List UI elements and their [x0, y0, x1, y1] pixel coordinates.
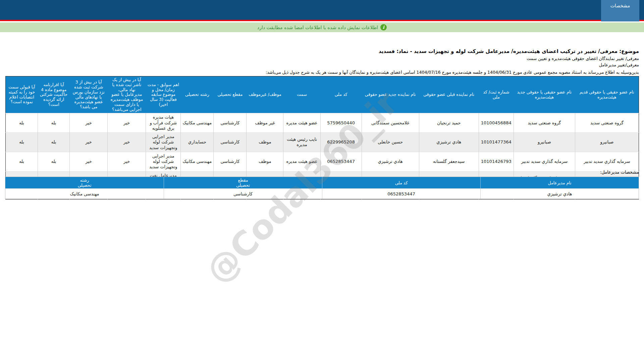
- board-column-header: آیا اقرارنامه موضوع ماده 4 حاکمیت شرکتی …: [38, 76, 70, 113]
- board-table-row: صبانیروصبانیرو10101477364هادي ترشیزيحسین…: [6, 133, 639, 152]
- board-table-row: سرمایه گذاري سدید تدبیرسرمایه گذاري سدید…: [6, 152, 639, 171]
- board-column-header: نام نماینده قبلی عضو حقوقی: [419, 76, 479, 113]
- red-divider-line: [0, 20, 644, 21]
- board-table-cell: مهندسی مکانیک: [181, 113, 214, 133]
- board-table-cell: خیر: [70, 133, 108, 152]
- board-column-header: سمت: [283, 76, 320, 113]
- board-column-header: آیا در بیش از یک ناشر ثبت شده یا نهاد ما…: [108, 76, 146, 113]
- board-table-cell: هادي ترشیزي: [419, 133, 479, 152]
- board-table-cell: صبانیرو: [514, 133, 575, 152]
- disclosure-headlines: موضوع: معرفی/ تغییر در ترکیب اعضای هیئت‌…: [5, 48, 639, 75]
- board-column-header: شماره ثبت/ کد ملی: [479, 76, 514, 113]
- board-table-cell: گروه صنعتی سدید: [575, 113, 639, 133]
- tab-specifications[interactable]: مشخصات: [601, 0, 639, 21]
- board-table-cell: بله: [6, 133, 38, 152]
- ceo-table-cell: مهندسی مکانیک: [5, 189, 164, 199]
- page-title: موضوع: معرفی/ تغییر در ترکیب اعضای هیئت‌…: [5, 48, 639, 54]
- board-table-cell: کارشناسی: [214, 113, 247, 133]
- board-table-cell: 10101477364: [479, 133, 514, 152]
- board-table-cell: بله: [6, 152, 38, 171]
- subtitle-ceo-change: معرفی/تغییر مدیرعامل: [5, 62, 639, 67]
- board-table-cell: 5759650440: [320, 113, 362, 133]
- ceo-details-table: نام مدیرعاملکد ملیمقطع تحصیلیرشته تحصیلی…: [5, 177, 639, 199]
- board-table-cell: مدیر اجرایی شرکت لوله وتجهیزات سدید: [146, 133, 181, 152]
- top-navigation-bar: [0, 0, 644, 20]
- board-table-cell: موظف: [247, 133, 283, 152]
- ceo-column-header: نام مدیرعامل: [481, 177, 639, 189]
- board-table-cell: حسین خانعلی: [362, 133, 419, 152]
- board-column-header: آیا قبولی سمت خود را به کمیته انتصابات ا…: [6, 76, 38, 113]
- board-column-header: آیا در بیش از 3 شرکت ثبت شده نزد سازمان …: [70, 76, 108, 113]
- ceo-table-header-row: نام مدیرعاملکد ملیمقطع تحصیلیرشته تحصیلی: [5, 177, 639, 189]
- board-table-cell: سرمایه گذاري سدید تدبیر: [514, 152, 575, 171]
- signature-match-notice: i اطلاعات نمایش داده شده با اطلاعات امضا…: [0, 22, 644, 32]
- board-column-header: رشته تحصیلی: [181, 76, 214, 113]
- board-column-header: نام نماینده جدید عضو حقوقی: [362, 76, 419, 113]
- board-table-row: گروه صنعتی سدیدگروه صنعتی سدید1010045688…: [6, 113, 639, 133]
- board-table-cell: حسابداري: [181, 133, 214, 152]
- board-table-cell: غلامحسین سمندگانی: [362, 113, 419, 133]
- board-table-cell: خیر: [108, 113, 146, 133]
- board-column-header: موظف/ غیرموظف: [247, 76, 283, 113]
- board-table-cell: حمید ترنجیان: [419, 113, 479, 133]
- board-table-cell: کارشناسی: [214, 133, 247, 152]
- board-table-cell: خیر: [108, 152, 146, 171]
- board-table-cell: بله: [38, 152, 70, 171]
- board-column-header: مقطع تحصیلی: [214, 76, 247, 113]
- ceo-column-header: کد ملی: [322, 177, 481, 189]
- board-table-cell: گروه صنعتی سدید: [514, 113, 575, 133]
- subtitle-representatives: معرفی/ تغییر نمایندگان اعضای حقوقی هیئت‌…: [5, 56, 639, 61]
- board-table-cell: مهندسی مکانیک: [181, 152, 214, 171]
- board-table-cell: بله: [38, 133, 70, 152]
- board-table-cell: عضو هیئت مدیره: [283, 152, 320, 171]
- board-table-cell: موظف: [247, 152, 283, 171]
- ceo-table-cell: 0652853447: [322, 189, 481, 199]
- tab-specifications-label: مشخصات: [610, 3, 630, 8]
- ceo-column-header: مقطع تحصیلی: [164, 177, 322, 189]
- board-table-cell: 6229965208: [320, 133, 362, 152]
- board-table-cell: عضو هیئت مدیره: [283, 113, 320, 133]
- disclosure-description: بدین‌وسیله به اطلاع می‌رساند به استناد م…: [5, 70, 639, 75]
- board-column-header: کد ملی: [320, 76, 362, 113]
- board-table-cell: مدیر اجرایی شرکت لوله وتجهیزات سدید: [146, 152, 181, 171]
- ceo-table-row: هادي ترشیزي0652853447کارشناسیمهندسی مکان…: [5, 189, 639, 199]
- board-table-cell: سرمایه گذاري سدید تدبیر: [575, 152, 639, 171]
- board-table-cell: 0652853447: [320, 152, 362, 171]
- ceo-table-cell: کارشناسی: [164, 189, 322, 199]
- board-table-cell: سیدجعفر گلستانه: [419, 152, 479, 171]
- notice-message: اطلاعات نمایش داده شده با اطلاعات امضا ش…: [257, 25, 378, 30]
- board-table-cell: کارشناسی: [214, 152, 247, 171]
- board-table-cell: بله: [6, 113, 38, 133]
- ceo-section-label: مشخصات مدیرعامل:: [600, 170, 639, 175]
- board-column-header: نام عضو حقیقی یا حقوقی قدیم هیئت‌مدیره: [575, 76, 639, 113]
- ceo-column-header: رشته تحصیلی: [5, 177, 164, 189]
- board-table-cell: خیر: [70, 113, 108, 133]
- board-table-cell: بله: [38, 113, 70, 133]
- board-table-header-row: نام عضو حقیقی یا حقوقی قدیم هیئت‌مدیرهنا…: [6, 76, 639, 113]
- board-table-cell: هیات مدیره شرکت فرآب و برق عسلویه: [146, 113, 181, 133]
- board-table-cell: 10101426793: [479, 152, 514, 171]
- codal-disclosure-page: { "tab": { "label": "مشخصات" }, "notice"…: [0, 0, 644, 362]
- board-table-cell: خیر: [70, 152, 108, 171]
- ceo-table-cell: هادي ترشیزي: [481, 189, 639, 199]
- board-table-cell: خیر: [108, 133, 146, 152]
- board-table-cell: غیر موظف: [247, 113, 283, 133]
- board-table-cell: صبانیرو: [575, 133, 639, 152]
- board-column-header: نام عضو حقیقی یا حقوقی جدید هیئت‌مدیره: [514, 76, 575, 113]
- board-table-cell: هادي ترشیزي: [362, 152, 419, 171]
- board-table-cell: 10100456884: [479, 113, 514, 133]
- board-column-header: اهم سوابق - مدت زمان/ محل و موضوع سابقه …: [146, 76, 181, 113]
- board-table-cell: نایب رئیس هیئت مدیره: [283, 133, 320, 152]
- info-icon: i: [380, 24, 387, 31]
